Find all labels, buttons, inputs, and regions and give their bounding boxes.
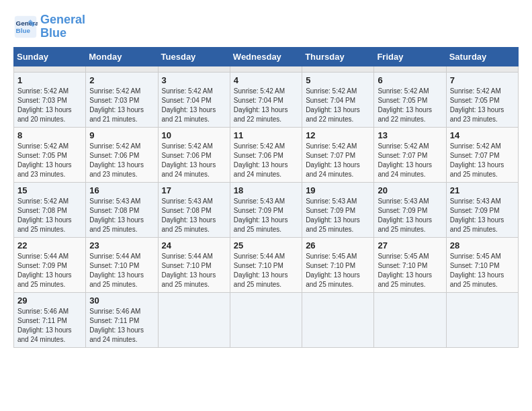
day-number: 25: [234, 240, 298, 250]
day-info: Sunrise: 5:42 AM Sunset: 7:06 PM Dayligh…: [162, 142, 226, 179]
week-row-1: [14, 66, 519, 72]
day-number: 3: [162, 75, 226, 85]
day-number: 24: [162, 240, 226, 250]
day-number: 15: [17, 185, 82, 195]
calendar-cell: 27Sunrise: 5:45 AM Sunset: 7:10 PM Dayli…: [374, 237, 446, 292]
day-info: Sunrise: 5:42 AM Sunset: 7:04 PM Dayligh…: [234, 87, 298, 124]
header: General Blue GeneralBlue: [13, 13, 519, 40]
calendar-cell: 11Sunrise: 5:42 AM Sunset: 7:06 PM Dayli…: [230, 127, 302, 182]
day-info: Sunrise: 5:46 AM Sunset: 7:11 PM Dayligh…: [17, 307, 82, 345]
day-number: 7: [450, 75, 515, 85]
calendar-cell: 5Sunrise: 5:42 AM Sunset: 7:04 PM Daylig…: [302, 72, 374, 127]
day-number: 2: [89, 75, 154, 85]
calendar-cell: 6Sunrise: 5:42 AM Sunset: 7:05 PM Daylig…: [374, 72, 446, 127]
calendar-cell: 10Sunrise: 5:42 AM Sunset: 7:06 PM Dayli…: [158, 127, 230, 182]
calendar-cell: [446, 292, 518, 347]
calendar-cell: [86, 66, 158, 72]
day-info: Sunrise: 5:42 AM Sunset: 7:05 PM Dayligh…: [450, 87, 515, 124]
calendar-cell: 30Sunrise: 5:46 AM Sunset: 7:11 PM Dayli…: [86, 292, 158, 347]
calendar-cell: [158, 66, 230, 72]
calendar-cell: 2Sunrise: 5:42 AM Sunset: 7:03 PM Daylig…: [86, 72, 158, 127]
day-number: 26: [306, 240, 370, 250]
calendar-cell: 26Sunrise: 5:45 AM Sunset: 7:10 PM Dayli…: [302, 237, 374, 292]
day-number: 30: [89, 295, 154, 306]
day-info: Sunrise: 5:44 AM Sunset: 7:10 PM Dayligh…: [162, 252, 226, 289]
column-header-saturday: Saturday: [446, 47, 518, 66]
day-info: Sunrise: 5:42 AM Sunset: 7:06 PM Dayligh…: [89, 142, 154, 179]
calendar-cell: 14Sunrise: 5:42 AM Sunset: 7:07 PM Dayli…: [446, 127, 518, 182]
calendar-cell: [230, 66, 302, 72]
calendar-cell: 28Sunrise: 5:45 AM Sunset: 7:10 PM Dayli…: [446, 237, 518, 292]
day-number: 20: [378, 185, 442, 195]
day-info: Sunrise: 5:42 AM Sunset: 7:06 PM Dayligh…: [234, 142, 298, 179]
day-number: 18: [234, 185, 298, 195]
calendar-cell: [302, 292, 374, 347]
day-number: 23: [89, 240, 154, 250]
logo-text: GeneralBlue: [40, 13, 85, 40]
day-number: 19: [306, 185, 370, 195]
day-info: Sunrise: 5:43 AM Sunset: 7:09 PM Dayligh…: [450, 197, 515, 234]
day-info: Sunrise: 5:45 AM Sunset: 7:10 PM Dayligh…: [378, 252, 442, 289]
calendar-cell: 19Sunrise: 5:43 AM Sunset: 7:09 PM Dayli…: [302, 182, 374, 237]
day-info: Sunrise: 5:42 AM Sunset: 7:04 PM Dayligh…: [162, 87, 226, 124]
calendar-cell: 13Sunrise: 5:42 AM Sunset: 7:07 PM Dayli…: [374, 127, 446, 182]
day-number: 5: [306, 75, 370, 85]
week-row-3: 8Sunrise: 5:42 AM Sunset: 7:05 PM Daylig…: [14, 127, 519, 182]
day-number: 14: [450, 130, 515, 140]
day-number: 21: [450, 185, 515, 195]
calendar-cell: 16Sunrise: 5:43 AM Sunset: 7:08 PM Dayli…: [86, 182, 158, 237]
day-number: 9: [89, 130, 154, 140]
day-info: Sunrise: 5:42 AM Sunset: 7:07 PM Dayligh…: [450, 142, 515, 179]
day-info: Sunrise: 5:42 AM Sunset: 7:04 PM Dayligh…: [306, 87, 370, 124]
logo-icon: General Blue: [13, 15, 38, 39]
day-number: 13: [378, 130, 442, 140]
calendar-cell: 23Sunrise: 5:44 AM Sunset: 7:10 PM Dayli…: [86, 237, 158, 292]
day-info: Sunrise: 5:43 AM Sunset: 7:08 PM Dayligh…: [162, 197, 226, 234]
day-info: Sunrise: 5:42 AM Sunset: 7:05 PM Dayligh…: [17, 142, 82, 179]
day-info: Sunrise: 5:42 AM Sunset: 7:08 PM Dayligh…: [17, 197, 82, 234]
week-row-6: 29Sunrise: 5:46 AM Sunset: 7:11 PM Dayli…: [14, 292, 519, 347]
calendar-cell: [14, 66, 86, 72]
calendar-cell: 20Sunrise: 5:43 AM Sunset: 7:09 PM Dayli…: [374, 182, 446, 237]
day-number: 8: [17, 130, 82, 140]
calendar-table: SundayMondayTuesdayWednesdayThursdayFrid…: [13, 47, 519, 348]
calendar-cell: 17Sunrise: 5:43 AM Sunset: 7:08 PM Dayli…: [158, 182, 230, 237]
column-header-row: SundayMondayTuesdayWednesdayThursdayFrid…: [14, 47, 519, 66]
day-info: Sunrise: 5:43 AM Sunset: 7:09 PM Dayligh…: [234, 197, 298, 234]
column-header-friday: Friday: [374, 47, 446, 66]
calendar-cell: [158, 292, 230, 347]
calendar-cell: 15Sunrise: 5:42 AM Sunset: 7:08 PM Dayli…: [14, 182, 86, 237]
day-info: Sunrise: 5:44 AM Sunset: 7:09 PM Dayligh…: [17, 252, 82, 289]
day-number: 17: [162, 185, 226, 195]
calendar-cell: 24Sunrise: 5:44 AM Sunset: 7:10 PM Dayli…: [158, 237, 230, 292]
calendar-cell: [446, 66, 518, 72]
calendar-cell: 25Sunrise: 5:44 AM Sunset: 7:10 PM Dayli…: [230, 237, 302, 292]
day-info: Sunrise: 5:42 AM Sunset: 7:05 PM Dayligh…: [378, 87, 442, 124]
calendar-cell: [374, 292, 446, 347]
calendar-cell: 12Sunrise: 5:42 AM Sunset: 7:07 PM Dayli…: [302, 127, 374, 182]
day-number: 12: [306, 130, 370, 140]
calendar-cell: 29Sunrise: 5:46 AM Sunset: 7:11 PM Dayli…: [14, 292, 86, 347]
logo: General Blue GeneralBlue: [13, 13, 85, 40]
column-header-thursday: Thursday: [302, 47, 374, 66]
calendar-cell: [230, 292, 302, 347]
calendar-cell: 18Sunrise: 5:43 AM Sunset: 7:09 PM Dayli…: [230, 182, 302, 237]
calendar-cell: [374, 66, 446, 72]
day-number: 22: [17, 240, 82, 250]
calendar-cell: [302, 66, 374, 72]
column-header-wednesday: Wednesday: [230, 47, 302, 66]
day-info: Sunrise: 5:43 AM Sunset: 7:09 PM Dayligh…: [378, 197, 442, 234]
day-number: 16: [89, 185, 154, 195]
day-number: 6: [378, 75, 442, 85]
svg-text:Blue: Blue: [16, 27, 31, 34]
calendar-cell: 22Sunrise: 5:44 AM Sunset: 7:09 PM Dayli…: [14, 237, 86, 292]
day-info: Sunrise: 5:45 AM Sunset: 7:10 PM Dayligh…: [306, 252, 370, 289]
day-info: Sunrise: 5:42 AM Sunset: 7:07 PM Dayligh…: [378, 142, 442, 179]
calendar-cell: 7Sunrise: 5:42 AM Sunset: 7:05 PM Daylig…: [446, 72, 518, 127]
day-number: 4: [234, 75, 298, 85]
day-info: Sunrise: 5:43 AM Sunset: 7:08 PM Dayligh…: [89, 197, 154, 234]
svg-text:General: General: [16, 19, 38, 27]
day-info: Sunrise: 5:43 AM Sunset: 7:09 PM Dayligh…: [306, 197, 370, 234]
column-header-tuesday: Tuesday: [158, 47, 230, 66]
column-header-sunday: Sunday: [14, 47, 86, 66]
